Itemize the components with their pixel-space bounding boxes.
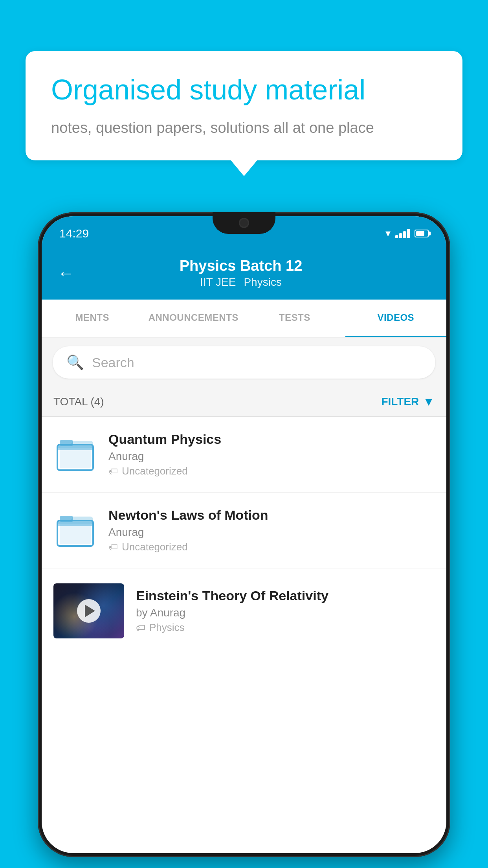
signal-bar-1 bbox=[395, 235, 398, 238]
list-item[interactable]: Quantum Physics Anurag 🏷 Uncategorized bbox=[42, 417, 446, 493]
phone-frame: 14:29 ▾ ← Phys bbox=[38, 212, 450, 857]
filter-row: TOTAL (4) FILTER ▼ bbox=[42, 387, 446, 417]
back-button[interactable]: ← bbox=[57, 263, 75, 283]
tab-ments[interactable]: MENTS bbox=[42, 300, 143, 337]
batch-name: Physics Batch 12 bbox=[86, 257, 395, 274]
tag-label: Physics bbox=[149, 622, 185, 634]
speech-bubble-subtext: notes, question papers, solutions all at… bbox=[51, 118, 437, 138]
signal-bar-4 bbox=[407, 229, 410, 238]
speech-bubble-container: Organised study material notes, question… bbox=[26, 51, 462, 160]
list-item[interactable]: Einstein's Theory Of Relativity by Anura… bbox=[42, 568, 446, 653]
status-icons: ▾ bbox=[385, 227, 429, 239]
video-tag: 🏷 Physics bbox=[136, 622, 435, 634]
svg-rect-1 bbox=[60, 448, 91, 468]
tag-label: Uncategorized bbox=[122, 465, 188, 477]
video-tag: 🏷 Uncategorized bbox=[108, 541, 435, 553]
filter-label: FILTER bbox=[381, 395, 419, 408]
folder-svg-2 bbox=[57, 513, 94, 548]
video-info: Newton's Laws of Motion Anurag 🏷 Uncateg… bbox=[108, 508, 435, 553]
tabs-bar: MENTS ANNOUNCEMENTS TESTS VIDEOS bbox=[42, 300, 446, 338]
tab-videos[interactable]: VIDEOS bbox=[345, 300, 447, 337]
tag-icon: 🏷 bbox=[108, 542, 118, 553]
video-title: Quantum Physics bbox=[108, 432, 435, 447]
video-author: Anurag bbox=[108, 450, 435, 463]
search-bar[interactable]: 🔍 Search bbox=[53, 346, 435, 379]
battery-fill bbox=[416, 231, 424, 236]
svg-rect-3 bbox=[60, 440, 73, 446]
tab-announcements[interactable]: ANNOUNCEMENTS bbox=[143, 300, 244, 337]
filter-funnel-icon: ▼ bbox=[423, 395, 435, 408]
tag-icon: 🏷 bbox=[108, 466, 118, 477]
phone-wrapper: 14:29 ▾ ← Phys bbox=[38, 212, 450, 857]
tab-tests[interactable]: TESTS bbox=[244, 300, 345, 337]
camera-dot bbox=[239, 218, 249, 228]
video-author: Anurag bbox=[108, 526, 435, 539]
play-button[interactable] bbox=[77, 599, 101, 623]
status-time: 14:29 bbox=[59, 227, 89, 240]
phone-notch bbox=[213, 212, 275, 234]
search-placeholder: Search bbox=[92, 355, 134, 370]
video-list: Quantum Physics Anurag 🏷 Uncategorized bbox=[42, 417, 446, 653]
signal-bar-3 bbox=[403, 231, 406, 238]
header-tags: IIT JEE Physics bbox=[86, 276, 395, 289]
play-triangle-icon bbox=[85, 605, 95, 617]
svg-rect-5 bbox=[60, 524, 91, 544]
video-thumbnail bbox=[53, 583, 124, 638]
video-tag: 🏷 Uncategorized bbox=[108, 465, 435, 477]
phone-screen: 14:29 ▾ ← Phys bbox=[42, 216, 446, 853]
video-author: by Anurag bbox=[136, 607, 435, 619]
speech-bubble: Organised study material notes, question… bbox=[26, 51, 462, 160]
tag-physics: Physics bbox=[244, 276, 281, 289]
search-bar-wrapper: 🔍 Search bbox=[42, 338, 446, 387]
app-header: ← Physics Batch 12 IIT JEE Physics bbox=[42, 246, 446, 300]
video-title: Einstein's Theory Of Relativity bbox=[136, 588, 435, 603]
svg-rect-7 bbox=[60, 516, 73, 522]
video-folder-icon bbox=[53, 509, 97, 552]
tag-icon: 🏷 bbox=[136, 622, 145, 633]
header-title-block: Physics Batch 12 IIT JEE Physics bbox=[86, 257, 395, 289]
folder-svg bbox=[57, 437, 94, 472]
video-folder-icon bbox=[53, 433, 97, 476]
signal-bars bbox=[395, 229, 410, 238]
wifi-icon: ▾ bbox=[385, 227, 391, 239]
tag-iit-jee: IIT JEE bbox=[200, 276, 236, 289]
video-info: Quantum Physics Anurag 🏷 Uncategorized bbox=[108, 432, 435, 477]
filter-button[interactable]: FILTER ▼ bbox=[381, 395, 435, 408]
video-info: Einstein's Theory Of Relativity by Anura… bbox=[136, 588, 435, 634]
speech-bubble-heading: Organised study material bbox=[51, 73, 437, 107]
total-count: TOTAL (4) bbox=[53, 395, 104, 408]
search-icon: 🔍 bbox=[66, 354, 84, 371]
signal-bar-2 bbox=[399, 233, 402, 238]
video-title: Newton's Laws of Motion bbox=[108, 508, 435, 523]
list-item[interactable]: Newton's Laws of Motion Anurag 🏷 Uncateg… bbox=[42, 493, 446, 568]
battery-icon bbox=[415, 230, 429, 237]
tag-label: Uncategorized bbox=[122, 541, 188, 553]
